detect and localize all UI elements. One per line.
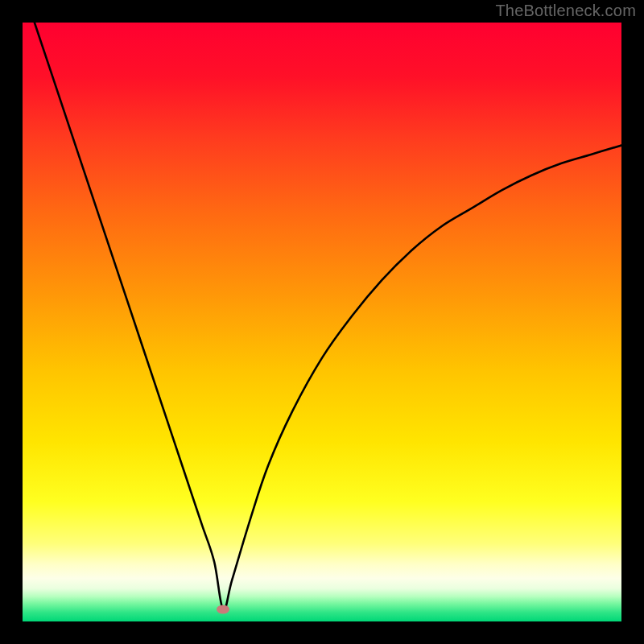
image-frame: TheBottleneck.com: [0, 0, 644, 644]
curve-layer: [23, 23, 621, 621]
watermark-text: TheBottleneck.com: [495, 2, 636, 20]
bottleneck-curve: [35, 23, 621, 610]
optimum-marker: [217, 605, 229, 614]
plot-area: [23, 23, 621, 621]
